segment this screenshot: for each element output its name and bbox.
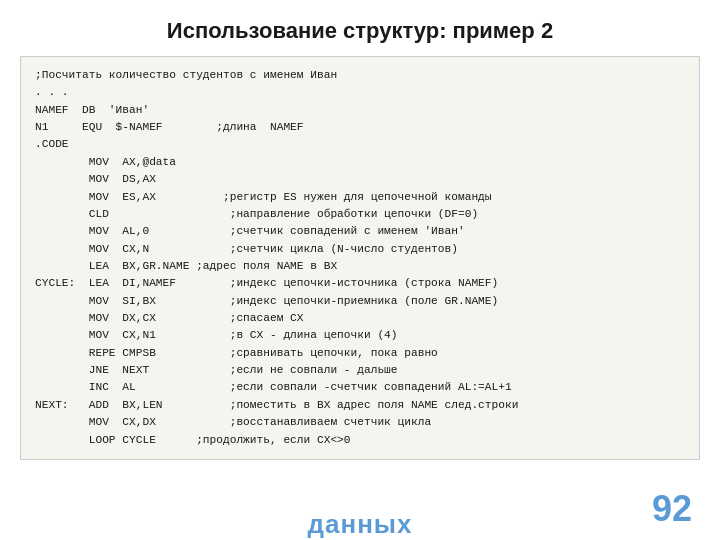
code-block: ;Посчитать количество студентов с именем… [20,56,700,460]
bottom-label: данных [0,509,720,540]
slide-title: Использование структур: пример 2 [167,18,553,44]
slide: Использование структур: пример 2 ;Посчит… [0,0,720,540]
